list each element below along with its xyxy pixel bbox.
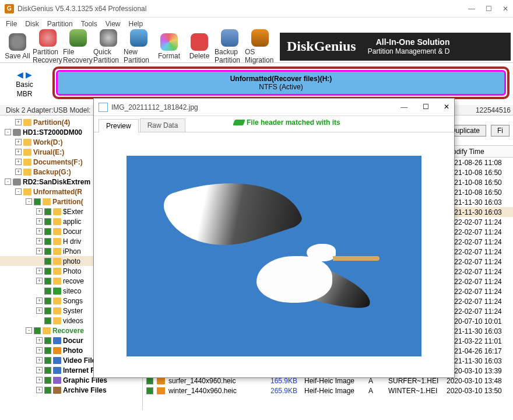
tree-expand-icon[interactable]: + xyxy=(36,278,43,284)
folder-icon xyxy=(23,159,31,166)
toolbar-partition-recovery[interactable]: Partition Recovery xyxy=(33,29,63,64)
tree-checkbox[interactable] xyxy=(44,357,51,364)
tree-expand-icon[interactable]: - xyxy=(15,188,22,195)
tree-expand-icon[interactable]: + xyxy=(15,159,22,165)
tab-preview[interactable]: Preview xyxy=(99,119,139,132)
toolbar-os-migration[interactable]: OS Migration xyxy=(245,29,275,64)
tree-expand-icon[interactable]: + xyxy=(36,357,43,363)
toolbar-format[interactable]: Format xyxy=(154,29,184,64)
tree-expand-icon[interactable]: - xyxy=(26,327,32,334)
format-icon xyxy=(160,33,178,51)
preview-maximize-button[interactable]: ☐ xyxy=(423,103,429,111)
tree-expand-icon[interactable]: + xyxy=(36,218,43,225)
brand-banner: DiskGenius All-In-One Solution Partition… xyxy=(280,33,511,61)
tree-label: Docur xyxy=(63,337,83,345)
disk-type-label1: Basic xyxy=(16,80,33,89)
folder-icon xyxy=(23,139,31,146)
tree-checkbox[interactable] xyxy=(44,248,51,255)
tree-checkbox[interactable] xyxy=(34,327,41,334)
tree-checkbox[interactable] xyxy=(44,288,51,295)
tree-expand-icon[interactable]: + xyxy=(36,238,43,244)
folder-icon xyxy=(43,327,51,334)
nav-arrows[interactable]: ◀ ▶ xyxy=(17,70,32,79)
row-checkbox[interactable] xyxy=(146,387,153,394)
tree-checkbox[interactable] xyxy=(44,278,51,285)
folder-icon xyxy=(23,119,31,126)
tree-label: Unformatted(R xyxy=(33,188,82,196)
tab-raw-data[interactable]: Raw Data xyxy=(140,118,186,132)
close-button[interactable]: ✕ xyxy=(503,5,508,13)
backup-partition-icon xyxy=(221,29,238,47)
tree-expand-icon[interactable]: + xyxy=(36,298,43,304)
disk-icon xyxy=(13,129,21,136)
menu-tools[interactable]: Tools xyxy=(81,20,97,28)
tree-checkbox[interactable] xyxy=(44,208,51,215)
tree-label: videos xyxy=(63,317,83,325)
tree-label: photo xyxy=(63,257,80,265)
tree-checkbox[interactable] xyxy=(44,317,51,324)
tree-checkbox[interactable] xyxy=(44,367,51,374)
toolbar-delete[interactable]: Delete xyxy=(184,29,215,64)
tree-checkbox[interactable] xyxy=(44,268,51,275)
maximize-button[interactable]: ☐ xyxy=(486,5,492,13)
tree-expand-icon[interactable]: - xyxy=(5,178,11,185)
menu-disk[interactable]: Disk xyxy=(25,20,38,28)
tree-checkbox[interactable] xyxy=(44,347,51,354)
tree-checkbox[interactable] xyxy=(44,228,51,235)
menu-partition[interactable]: Partition xyxy=(47,20,73,28)
tree-expand-icon[interactable]: + xyxy=(36,347,43,354)
menu-view[interactable]: View xyxy=(106,20,121,28)
tree-expand-icon[interactable]: + xyxy=(15,169,22,175)
tree-expand-icon[interactable]: + xyxy=(15,149,22,155)
preview-title: IMG_20211112_181842.jpg xyxy=(111,103,388,111)
tree-expand-icon[interactable]: + xyxy=(15,119,22,125)
tree-checkbox[interactable] xyxy=(44,238,51,245)
preview-title-bar: IMG_20211112_181842.jpg — ☐ ✕ xyxy=(94,99,454,116)
tree-expand-icon[interactable]: + xyxy=(36,307,43,314)
list-row[interactable]: winter_1440x960.heic265.9KBHeif-Heic Ima… xyxy=(143,386,513,396)
tree-expand-icon[interactable]: + xyxy=(36,337,43,344)
tree-row[interactable]: +Archive Files xyxy=(0,385,142,395)
image-icon xyxy=(157,377,165,384)
tree-checkbox[interactable] xyxy=(34,198,41,205)
tree-checkbox[interactable] xyxy=(44,337,51,344)
folder-icon xyxy=(53,248,61,255)
tree-expand-icon[interactable]: + xyxy=(15,139,22,145)
tree-checkbox[interactable] xyxy=(44,298,51,304)
tree-label: iPhon xyxy=(63,247,81,256)
green-icon xyxy=(53,288,61,295)
tree-expand-icon[interactable]: + xyxy=(36,367,43,373)
partition-box[interactable]: Unformatted(Recover files)(H:) NTFS (Act… xyxy=(52,66,510,99)
tree-expand-icon[interactable]: + xyxy=(36,268,43,274)
tree-checkbox[interactable] xyxy=(44,377,51,384)
partition-label: Unformatted(Recover files)(H:) xyxy=(230,75,332,83)
menu-help[interactable]: Help xyxy=(129,20,143,28)
window-controls: — ☐ ✕ xyxy=(468,5,508,13)
menu-file[interactable]: File xyxy=(6,20,17,28)
tree-checkbox[interactable] xyxy=(44,218,51,225)
tree-expand-icon[interactable]: - xyxy=(26,198,32,205)
tree-expand-icon[interactable]: + xyxy=(36,208,43,215)
tree-expand-icon[interactable]: + xyxy=(36,248,43,254)
tree-checkbox[interactable] xyxy=(44,387,51,394)
image-file-icon xyxy=(99,103,108,112)
tree-expand-icon[interactable]: + xyxy=(36,228,43,235)
toolbar-quick-partition[interactable]: Quick Partition xyxy=(93,29,124,64)
tree-expand-icon[interactable]: + xyxy=(36,377,43,383)
row-checkbox[interactable] xyxy=(146,377,153,384)
toolbar-save-all[interactable]: Save All xyxy=(2,29,33,64)
preview-close-button[interactable]: ✕ xyxy=(444,103,449,111)
tree-checkbox[interactable] xyxy=(44,258,51,265)
tree-label: applic xyxy=(63,218,81,226)
tree-checkbox[interactable] xyxy=(44,307,51,314)
toolbar-new-partition[interactable]: New Partition xyxy=(124,29,154,64)
toolbar-backup-partition[interactable]: Backup Partition xyxy=(215,29,245,64)
tree-expand-icon[interactable]: + xyxy=(36,387,43,393)
minimize-button[interactable]: — xyxy=(468,5,475,13)
toolbar-file-recovery[interactable]: File Recovery xyxy=(63,29,93,64)
preview-minimize-button[interactable]: — xyxy=(400,103,407,111)
brown-icon xyxy=(53,387,61,394)
bluefile-icon xyxy=(53,357,61,364)
tree-expand-icon[interactable]: - xyxy=(5,129,11,135)
filter-button[interactable]: Fi xyxy=(491,125,510,136)
